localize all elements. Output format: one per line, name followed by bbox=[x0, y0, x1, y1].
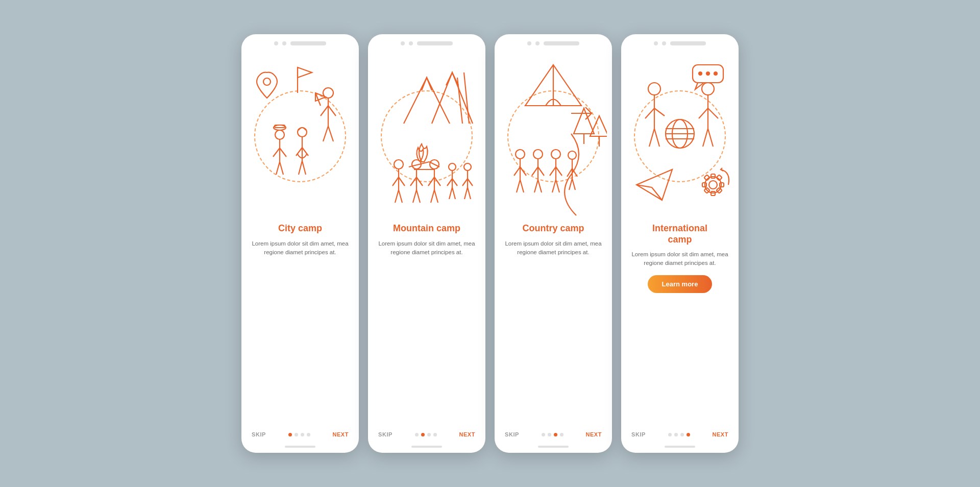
svg-line-78 bbox=[534, 180, 538, 192]
mountain-camp-description: Lorem ipsum dolor sit dim amet, mea regi… bbox=[378, 239, 475, 257]
svg-point-117 bbox=[709, 181, 717, 189]
svg-line-72 bbox=[517, 180, 520, 192]
svg-line-76 bbox=[532, 167, 538, 176]
svg-line-88 bbox=[567, 168, 572, 177]
svg-line-23 bbox=[299, 161, 302, 175]
svg-line-90 bbox=[569, 179, 572, 190]
svg-line-47 bbox=[434, 190, 438, 203]
svg-line-16 bbox=[280, 148, 286, 157]
svg-line-99 bbox=[654, 108, 665, 116]
svg-point-68 bbox=[516, 150, 525, 159]
dot-2 bbox=[295, 433, 298, 436]
svg-line-53 bbox=[452, 187, 455, 199]
notch-bar bbox=[417, 41, 453, 45]
svg-line-101 bbox=[654, 129, 659, 147]
country-camp-skip-button[interactable]: SKIP bbox=[505, 431, 519, 437]
svg-line-18 bbox=[280, 162, 283, 175]
svg-line-77 bbox=[538, 167, 544, 176]
svg-line-112 bbox=[708, 129, 713, 147]
bottom-bar bbox=[411, 446, 442, 448]
international-camp-dots bbox=[668, 433, 690, 436]
notch-dot bbox=[535, 41, 540, 45]
country-camp-content: Country camp Lorem ipsum dolor sit dim a… bbox=[495, 223, 612, 426]
svg-point-116 bbox=[705, 177, 721, 193]
dot-4 bbox=[433, 433, 437, 436]
svg-point-93 bbox=[699, 72, 702, 75]
svg-line-26 bbox=[464, 72, 469, 124]
svg-line-39 bbox=[416, 177, 423, 186]
city-camp-next-button[interactable]: NEXT bbox=[332, 431, 349, 437]
svg-point-74 bbox=[533, 150, 543, 159]
mountain-camp-card: Mountain camp Lorem ipsum dolor sit dim … bbox=[368, 34, 485, 453]
svg-line-25 bbox=[457, 78, 462, 124]
svg-line-57 bbox=[468, 179, 473, 186]
international-camp-next-button[interactable]: NEXT bbox=[712, 431, 728, 437]
city-camp-skip-button[interactable]: SKIP bbox=[252, 431, 266, 437]
dot-1 bbox=[668, 433, 672, 436]
svg-point-0 bbox=[263, 78, 271, 85]
svg-line-33 bbox=[399, 177, 405, 186]
country-camp-card: Country camp Lorem ipsum dolor sit dim a… bbox=[495, 34, 612, 453]
learn-more-button[interactable]: Learn more bbox=[648, 275, 713, 293]
dot-4 bbox=[307, 433, 310, 436]
svg-line-73 bbox=[520, 180, 524, 192]
svg-line-38 bbox=[410, 177, 416, 186]
international-camp-svg bbox=[626, 57, 733, 221]
phone-notch bbox=[621, 34, 739, 50]
dot-4 bbox=[560, 433, 564, 436]
notch-dot bbox=[662, 41, 666, 45]
svg-line-50 bbox=[447, 179, 452, 186]
svg-line-35 bbox=[399, 190, 402, 203]
svg-line-45 bbox=[434, 177, 440, 186]
svg-marker-2 bbox=[298, 67, 312, 78]
svg-line-91 bbox=[572, 179, 575, 190]
svg-point-95 bbox=[714, 72, 717, 75]
svg-line-109 bbox=[699, 108, 708, 118]
svg-rect-122 bbox=[704, 175, 709, 180]
mountain-camp-illustration bbox=[368, 50, 485, 223]
svg-line-15 bbox=[273, 148, 280, 157]
svg-line-100 bbox=[649, 129, 654, 147]
dot-3 bbox=[680, 433, 684, 436]
svg-line-28 bbox=[429, 162, 439, 167]
mountain-camp-next-button[interactable]: NEXT bbox=[459, 431, 475, 437]
notch-dot bbox=[282, 41, 286, 45]
bottom-bar bbox=[285, 446, 315, 448]
phone-notch bbox=[241, 34, 359, 50]
international-camp-content: Internationalcamp Lorem ipsum dolor sit … bbox=[621, 223, 739, 426]
svg-line-32 bbox=[393, 177, 399, 186]
svg-line-24 bbox=[302, 161, 306, 175]
svg-marker-113 bbox=[636, 169, 672, 200]
international-camp-card: Internationalcamp Lorem ipsum dolor sit … bbox=[621, 34, 739, 453]
svg-line-82 bbox=[550, 167, 556, 176]
svg-line-22 bbox=[302, 148, 308, 156]
svg-line-84 bbox=[552, 180, 556, 192]
dot-1 bbox=[288, 433, 292, 436]
dot-1 bbox=[542, 433, 545, 436]
svg-line-83 bbox=[556, 167, 562, 176]
svg-line-110 bbox=[708, 108, 718, 118]
svg-line-114 bbox=[652, 187, 662, 200]
dot-1 bbox=[415, 433, 419, 436]
svg-line-5 bbox=[321, 106, 328, 116]
international-camp-skip-button[interactable]: SKIP bbox=[631, 431, 646, 437]
svg-line-58 bbox=[464, 187, 468, 199]
notch-dot bbox=[401, 41, 405, 45]
svg-line-98 bbox=[645, 108, 654, 118]
country-camp-next-button[interactable]: NEXT bbox=[585, 431, 602, 437]
svg-line-44 bbox=[428, 177, 434, 186]
mountain-camp-skip-button[interactable]: SKIP bbox=[378, 431, 393, 437]
international-camp-description: Lorem ipsum dolor sit dim amet, mea regi… bbox=[631, 250, 728, 268]
svg-line-70 bbox=[514, 167, 520, 176]
notch-dot bbox=[274, 41, 278, 45]
svg-point-48 bbox=[449, 163, 456, 171]
svg-line-51 bbox=[452, 179, 457, 186]
bottom-bar bbox=[665, 446, 695, 448]
svg-line-21 bbox=[296, 148, 302, 156]
svg-point-94 bbox=[706, 72, 709, 75]
city-camp-description: Lorem ipsum dolor sit dim amet, mea regi… bbox=[252, 239, 349, 257]
dot-4 bbox=[687, 433, 690, 436]
country-camp-illustration bbox=[495, 50, 612, 223]
mountain-camp-svg bbox=[373, 57, 480, 221]
mountain-camp-title: Mountain camp bbox=[378, 223, 475, 234]
